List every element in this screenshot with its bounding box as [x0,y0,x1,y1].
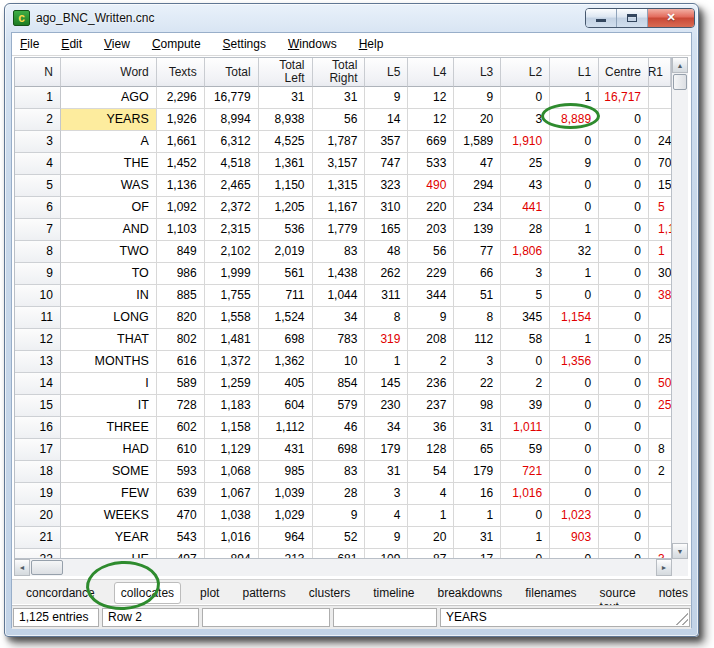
cell-l4[interactable]: 9 [408,307,454,329]
table-row[interactable]: 12THAT8021,481698783319208112581025 [15,329,671,351]
cell-r1[interactable] [649,417,671,439]
cell-l1[interactable]: 1 [550,87,599,109]
cell-texts[interactable]: 820 [157,307,205,329]
cell-centre[interactable]: 0 [599,219,649,241]
cell-total[interactable]: 894 [205,549,259,559]
cell-l3[interactable]: 22 [454,373,501,395]
cell-total-left[interactable]: 1,524 [259,307,313,329]
table-row[interactable]: 3A1,6616,3124,5251,7873576691,5891,91000… [15,131,671,153]
cell-l1[interactable]: 1 [550,329,599,351]
column-header-l5[interactable]: L5 [365,58,408,87]
title-bar[interactable]: c ago_BNC_Written.cnc ✕ [5,4,698,32]
cell-texts[interactable]: 728 [157,395,205,417]
cell-l2[interactable]: 1,016 [501,483,550,505]
cell-total-left[interactable]: 1,112 [259,417,313,439]
word-cell[interactable]: MONTHS [61,351,157,373]
cell-total[interactable]: 1,068 [205,461,259,483]
cell-l5[interactable]: 165 [365,219,408,241]
menu-edit[interactable]: Edit [61,33,82,55]
cell-total-right[interactable]: 46 [313,417,366,439]
cell-total-right[interactable]: 698 [313,439,366,461]
cell-l3[interactable]: 1,589 [454,131,501,153]
word-cell[interactable]: LONG [61,307,157,329]
cell-texts[interactable]: 616 [157,351,205,373]
cell-texts[interactable]: 1,136 [157,175,205,197]
cell-total-right[interactable]: 1,779 [313,219,366,241]
table-row[interactable]: 1AGO2,29616,779313191290116,717 [15,87,671,109]
menu-help[interactable]: Help [359,33,384,55]
cell-l4[interactable]: 20 [408,527,454,549]
cell-centre[interactable]: 0 [599,351,649,373]
cell-total-left[interactable]: 2,019 [259,241,313,263]
cell-l4[interactable]: 128 [408,439,454,461]
cell-total[interactable]: 1,183 [205,395,259,417]
cell-l3[interactable]: 139 [454,219,501,241]
cell-l5[interactable]: 323 [365,175,408,197]
cell-centre[interactable]: 0 [599,241,649,263]
horizontal-scroll-thumb[interactable] [31,560,63,575]
cell-centre[interactable]: 0 [599,505,649,527]
cell-l3[interactable]: 294 [454,175,501,197]
cell-r1[interactable] [649,505,671,527]
cell-r1[interactable]: 38 [649,285,671,307]
cell-r1[interactable]: 25 [649,329,671,351]
cell-centre[interactable]: 0 [599,153,649,175]
cell-texts[interactable]: 593 [157,461,205,483]
word-cell[interactable]: THE [61,153,157,175]
cell-r1[interactable]: 24 [649,131,671,153]
cell-total-right[interactable]: 1,787 [313,131,366,153]
cell-l3[interactable]: 16 [454,483,501,505]
cell-r1[interactable]: 2 [649,461,671,483]
cell-total[interactable]: 1,016 [205,527,259,549]
cell-l3[interactable]: 112 [454,329,501,351]
cell-total-right[interactable]: 1,438 [313,263,366,285]
cell-centre[interactable]: 0 [599,307,649,329]
cell-texts[interactable]: 1,452 [157,153,205,175]
close-button[interactable]: ✕ [648,9,694,27]
tab-plot[interactable]: plot [196,582,223,604]
tab-filenames[interactable]: filenames [521,582,580,604]
cell-total[interactable]: 1,558 [205,307,259,329]
cell-l2[interactable]: 1,910 [501,131,550,153]
cell-l2[interactable]: 0 [501,505,550,527]
row-number[interactable]: 12 [15,329,61,351]
cell-l3[interactable]: 66 [454,263,501,285]
word-cell[interactable]: YEAR [61,527,157,549]
cell-l5[interactable]: 48 [365,241,408,263]
cell-l3[interactable]: 1 [454,505,501,527]
cell-l1[interactable]: 0 [550,395,599,417]
cell-l4[interactable]: 533 [408,153,454,175]
cell-total-right[interactable]: 854 [313,373,366,395]
column-header-total-right[interactable]: Total Right [313,58,366,87]
cell-l1[interactable]: 9 [550,153,599,175]
cell-l4[interactable]: 237 [408,395,454,417]
menu-compute[interactable]: Compute [152,33,201,55]
table-row[interactable]: 2YEARS1,9268,9948,9385614122038,8890 [15,109,671,131]
table-row[interactable]: 5WAS1,1362,4651,1501,315323490294430015 [15,175,671,197]
word-cell[interactable]: FEW [61,483,157,505]
cell-l4[interactable]: 669 [408,131,454,153]
cell-r1[interactable]: 5 [649,197,671,219]
cell-total-right[interactable]: 579 [313,395,366,417]
cell-l2[interactable]: 28 [501,219,550,241]
cell-centre[interactable]: 0 [599,549,649,559]
tab-clusters[interactable]: clusters [305,582,354,604]
cell-l1[interactable]: 0 [550,483,599,505]
cell-total[interactable]: 1,259 [205,373,259,395]
cell-l3[interactable]: 234 [454,197,501,219]
column-header-r1[interactable]: R1 [649,58,671,87]
word-cell[interactable]: THAT [61,329,157,351]
cell-total-left[interactable]: 964 [259,527,313,549]
table-row[interactable]: 8TWO8492,1022,019834856771,8063201 [15,241,671,263]
row-number[interactable]: 14 [15,373,61,395]
row-number[interactable]: 13 [15,351,61,373]
cell-total[interactable]: 1,481 [205,329,259,351]
cell-total[interactable]: 1,158 [205,417,259,439]
table-row[interactable]: 13MONTHS6161,3721,3621012301,3560 [15,351,671,373]
cell-total[interactable]: 2,102 [205,241,259,263]
row-number[interactable]: 21 [15,527,61,549]
resize-grip[interactable] [675,612,688,625]
column-header-l3[interactable]: L3 [454,58,501,87]
cell-l3[interactable]: 65 [454,439,501,461]
cell-l5[interactable]: 8 [365,307,408,329]
